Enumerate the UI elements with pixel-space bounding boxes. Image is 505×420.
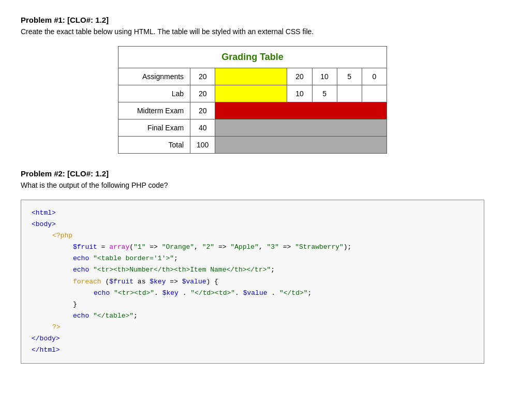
row-extra-lab-1: 10 bbox=[287, 85, 312, 102]
row-empty-lab-2 bbox=[362, 85, 387, 102]
row-label-final: Final Exam bbox=[118, 119, 190, 137]
row-weight-lab: 20 bbox=[190, 85, 215, 102]
row-label-lab: Lab bbox=[118, 85, 190, 102]
code-line-1: <html> bbox=[32, 207, 473, 219]
code-line-6: echo "<tr><th>Number</th><th>Item Name</… bbox=[32, 264, 473, 276]
grading-table: Grading Table Assignments 20 20 10 5 0 L… bbox=[118, 46, 387, 154]
row-color-midterm bbox=[215, 102, 387, 119]
row-weight-assignments: 20 bbox=[190, 68, 215, 85]
row-extra-lab-2: 5 bbox=[312, 85, 337, 102]
grading-table-wrapper: Grading Table Assignments 20 20 10 5 0 L… bbox=[21, 46, 484, 154]
code-line-2: <body> bbox=[32, 219, 473, 230]
row-extra-assignments-2: 10 bbox=[312, 68, 337, 85]
code-line-5: echo "<table border='1'>"; bbox=[32, 253, 473, 264]
table-row: Assignments 20 20 10 5 0 bbox=[118, 68, 387, 85]
code-line-3: <?php bbox=[32, 230, 473, 242]
row-extra-assignments-3: 5 bbox=[337, 68, 362, 85]
table-row: Final Exam 40 bbox=[118, 119, 387, 137]
row-label-midterm: Midterm Exam bbox=[118, 102, 190, 119]
row-weight-midterm: 20 bbox=[190, 102, 215, 119]
table-row: Midterm Exam 20 bbox=[118, 102, 387, 119]
table-row: Total 100 bbox=[118, 137, 387, 154]
problem2-desc: What is the output of the following PHP … bbox=[21, 181, 484, 189]
code-block: <html> <body> <?php $fruit = array("1" =… bbox=[21, 200, 484, 364]
problem1-title: Problem #1: [CLO#: 1.2] bbox=[21, 16, 484, 24]
row-weight-total: 100 bbox=[190, 137, 215, 154]
row-label-total: Total bbox=[118, 137, 190, 154]
code-line-10: echo "</table>"; bbox=[32, 310, 473, 322]
row-empty-lab-1 bbox=[337, 85, 362, 102]
problem2-title: Problem #2: [CLO#: 1.2] bbox=[21, 169, 484, 178]
code-line-11: ?> bbox=[32, 322, 473, 333]
grading-table-title: Grading Table bbox=[118, 47, 387, 68]
problem1-section: Problem #1: [CLO#: 1.2] Create the exact… bbox=[21, 16, 484, 154]
problem2-section: Problem #2: [CLO#: 1.2] What is the outp… bbox=[21, 169, 484, 364]
row-weight-final: 40 bbox=[190, 119, 215, 137]
row-color-lab bbox=[215, 85, 287, 102]
row-color-assignments bbox=[215, 68, 287, 85]
code-line-13: </html> bbox=[32, 344, 473, 356]
row-extra-assignments-4: 0 bbox=[362, 68, 387, 85]
code-line-12: </body> bbox=[32, 333, 473, 344]
row-color-final bbox=[215, 119, 387, 137]
code-line-9: } bbox=[32, 299, 473, 310]
problem1-desc: Create the exact table below using HTML.… bbox=[21, 27, 484, 36]
row-color-total bbox=[215, 137, 387, 154]
code-line-8: echo "<tr><td>". $key . "</td><td>". $va… bbox=[32, 288, 473, 299]
code-line-7: foreach ($fruit as $key => $value) { bbox=[32, 276, 473, 288]
row-label-assignments: Assignments bbox=[118, 68, 190, 85]
table-row: Lab 20 10 5 bbox=[118, 85, 387, 102]
row-extra-assignments-1: 20 bbox=[287, 68, 312, 85]
code-line-4: $fruit = array("1" => "Orange", "2" => "… bbox=[32, 242, 473, 253]
